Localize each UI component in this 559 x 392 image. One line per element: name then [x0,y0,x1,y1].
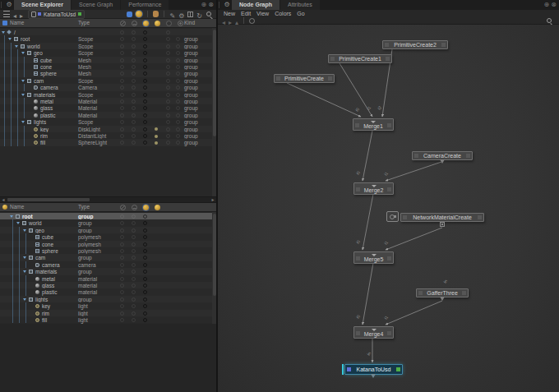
state-ring[interactable] [143,127,147,131]
state-ring[interactable] [166,120,170,124]
column-header-type[interactable]: Type [78,19,90,27]
expand-arrow-icon[interactable] [21,52,25,54]
node-graph-canvas[interactable]: i0i1i2i0i1i0i1i0i1inin PrimitiveCreatePr… [218,25,559,392]
output-port-icon[interactable] [440,297,445,301]
state-ring[interactable] [143,263,147,267]
tree-row-world[interactable]: worldgroup [0,219,216,226]
gear-column-icon[interactable] [178,21,183,26]
tree-row-plastic[interactable]: plasticMaterialgroup [0,112,216,118]
state-ring[interactable] [143,99,147,104]
flag-left[interactable] [385,43,389,47]
collapse-chevron-icon[interactable] [372,329,377,331]
flag-right[interactable] [441,43,446,47]
tree-row-rim[interactable]: rimlight [0,310,216,316]
tree-row-metal[interactable]: metalMaterialgroup [0,98,216,104]
state-ring[interactable] [120,44,124,48]
flag-left[interactable] [330,57,335,61]
state-ring[interactable] [143,79,147,83]
search-icon[interactable] [546,17,553,25]
tree-row-geo[interactable]: geogroup [0,227,216,233]
state-ring[interactable] [166,141,170,145]
state-ring[interactable] [143,284,147,288]
state-ring[interactable] [143,134,147,138]
edit-flag-icon[interactable] [396,367,400,371]
state-ring[interactable] [120,30,124,35]
tree-row-fill[interactable]: filllight [0,316,216,323]
state-ring[interactable] [120,99,124,104]
close-icon[interactable] [551,0,557,10]
state-ring[interactable] [143,311,147,316]
tree-row-cube[interactable]: cubepolymesh [0,233,216,240]
tree-row-glass[interactable]: glassMaterialgroup [0,104,216,111]
isolate-icon[interactable] [132,21,137,26]
tree-row-glass[interactable]: glassmaterial [0,282,216,288]
state-ring[interactable] [132,58,136,62]
flag-right[interactable] [387,123,391,127]
layers-icon[interactable] [3,11,10,17]
state-ring[interactable] [143,228,147,233]
tree-row-cam[interactable]: camScopegroup [0,77,216,84]
output-port-icon[interactable] [440,159,445,164]
column-header-name[interactable]: Name [10,203,24,211]
state-ring[interactable] [120,256,124,260]
world-icon[interactable] [249,18,255,24]
tree-row-sphere[interactable]: sphereMeshgroup [0,70,216,76]
graph-node-NetworkMaterialCreate[interactable]: NetworkMaterialCreate [400,213,484,222]
visibility-icon[interactable] [120,21,126,26]
state-ring[interactable] [120,228,124,233]
view-flag-icon[interactable] [347,367,351,371]
state-ring[interactable] [120,37,124,41]
graph-node-Merge5[interactable]: Merge5 [353,251,394,264]
state-ring[interactable] [120,134,124,138]
state-ring[interactable] [120,277,124,281]
state-ring[interactable] [143,235,147,239]
root-node-chip[interactable]: KatanaToUsd [28,10,85,19]
state-ring[interactable] [120,127,124,131]
state-ring[interactable] [120,304,124,308]
thumb-icon[interactable] [153,11,159,17]
state-ring[interactable] [132,30,136,35]
state-ring[interactable] [120,284,124,288]
state-ring[interactable] [120,141,124,145]
tree-row-plastic[interactable]: plasticmaterial [0,288,216,295]
state-ring[interactable] [132,37,136,41]
top-tree-horizontal-scrollbar[interactable]: ◂ ▸ [0,196,216,203]
tab-node-graph[interactable]: Node Graph [232,0,280,10]
state-ring[interactable] [143,30,147,35]
tree-row-cam[interactable]: camgroup [0,254,216,261]
scroll-left-icon[interactable]: ◂ [0,197,7,202]
state-ring[interactable] [120,51,124,55]
state-ring[interactable] [120,290,124,294]
tree-row-camera[interactable]: cameracamera [0,261,216,268]
state-ring[interactable] [143,71,147,76]
tree-row-fill[interactable]: fillSphereLightgroup [0,139,216,145]
state-ring[interactable] [143,249,147,253]
state-ring[interactable] [132,134,136,138]
state-ring[interactable] [120,65,124,69]
state-ring[interactable] [143,51,147,55]
state-ring[interactable] [166,51,170,55]
graph-node-Merge1[interactable]: Merge1 [353,118,394,131]
flag-right[interactable] [462,291,466,295]
state-ring[interactable] [120,85,124,90]
state-ring[interactable] [166,99,170,104]
state-ring[interactable] [120,221,124,225]
state-ring[interactable] [132,113,136,118]
state-ring[interactable] [143,297,147,302]
flag-right[interactable] [387,331,391,335]
columns-icon[interactable] [187,12,193,17]
tree-row-rim[interactable]: rimDistantLightgroup [0,132,216,139]
flag-left[interactable] [414,154,418,158]
state-ring[interactable] [132,127,136,131]
state-ring[interactable] [166,93,170,97]
graph-node-PrimitiveCreate1[interactable]: PrimitiveCreate1 [328,54,392,63]
collapse-chevron-icon[interactable] [372,254,377,256]
expand-arrow-icon[interactable] [21,121,25,123]
state-ring[interactable] [132,65,136,69]
graph-node-Merge4[interactable]: Merge4 [353,326,394,339]
state-ring[interactable] [132,106,136,110]
column-header-kind[interactable]: Kind [184,19,195,27]
tree-row-camera[interactable]: cameraCameragroup [0,84,216,90]
tree-row-key[interactable]: keyDiskLightgroup [0,126,216,132]
state-ring[interactable] [120,318,124,322]
